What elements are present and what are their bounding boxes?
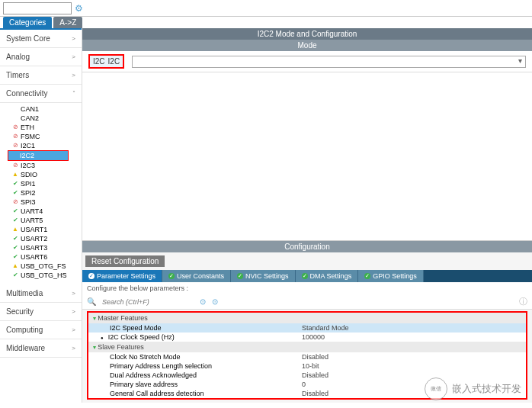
sidebar-item-i2c3[interactable]: ⊘I2C3 — [11, 161, 82, 170]
sidebar-item-usb-otg-fs[interactable]: ▲USB_OTG_FS — [11, 262, 82, 271]
chevron-right-icon: > — [72, 326, 75, 333]
chevron-right-icon: > — [72, 35, 75, 42]
ok-icon: ✔ — [12, 208, 18, 214]
param-row-primary-slave-addr[interactable]: Primary slave address0 — [88, 380, 526, 389]
sidebar-item-eth[interactable]: ⊘ETH — [11, 123, 82, 132]
connectivity-items: ●CAN1 ●CAN2 ⊘ETH ⊘FSMC ⊘I2C1 ●I2C2 ⊘I2C3… — [0, 103, 82, 284]
sidebar-item-i2c2[interactable]: ●I2C2 — [8, 150, 69, 161]
sidebar-item-usart6[interactable]: ✔USART6 — [11, 252, 82, 262]
sidebar-item-uart5[interactable]: ✔UART5 — [11, 216, 82, 225]
tab-nvic-settings[interactable]: ✓NVIC Settings — [231, 270, 296, 282]
ok-icon: ✔ — [12, 245, 18, 251]
reset-configuration-button[interactable]: Reset Configuration — [85, 255, 165, 267]
disabled-icon: ⊘ — [12, 199, 18, 205]
search-icon: 🔍 — [87, 297, 96, 306]
tab-user-constants[interactable]: ✓User Constants — [162, 270, 231, 282]
sidebar-group-middleware[interactable]: Middleware> — [0, 339, 82, 358]
disabled-icon: ⊘ — [12, 133, 18, 140]
ok-icon: ✔ — [12, 181, 18, 187]
param-group-master[interactable]: Master Features — [88, 313, 526, 323]
top-search-input[interactable] — [3, 2, 72, 14]
sidebar-tabbar: Categories A->Z — [0, 17, 532, 28]
warning-icon: ▲ — [12, 172, 18, 178]
configuration-header: Configuration — [82, 241, 532, 252]
tab-dma-settings[interactable]: ✓DMA Settings — [296, 270, 359, 282]
mode-select-highlight: I2C I2C — [88, 54, 124, 69]
sidebar-item-uart4[interactable]: ✔UART4 — [11, 207, 82, 216]
check-icon: ✓ — [302, 273, 308, 279]
ok-icon: ✔ — [12, 236, 18, 242]
ok-icon: ✔ — [12, 217, 18, 223]
disabled-icon: ⊘ — [12, 162, 18, 169]
ok-icon: ✔ — [12, 254, 18, 260]
mode-header: Mode — [82, 40, 532, 51]
collapse-icon[interactable]: ⊙ — [200, 297, 206, 306]
gear-icon[interactable]: ⚙ — [75, 3, 83, 14]
chevron-right-icon: > — [72, 53, 75, 60]
check-icon: ✓ — [88, 273, 95, 279]
sidebar-item-usart3[interactable]: ✔USART3 — [11, 243, 82, 252]
sidebar-item-i2c1[interactable]: ⊘I2C1 — [11, 141, 82, 150]
sidebar-item-sdio[interactable]: ▲SDIO — [11, 170, 82, 179]
sidebar-item-fsmc[interactable]: ⊘FSMC — [11, 132, 82, 141]
check-icon: ✓ — [364, 273, 370, 279]
sidebar-item-usb-otg-hs[interactable]: ✔USB_OTG_HS — [11, 271, 82, 280]
sidebar-item-spi2[interactable]: ✔SPI2 — [11, 188, 82, 198]
parameters-table: Master Features I2C Speed Mode Standard … — [87, 311, 527, 400]
param-row-no-stretch[interactable]: Clock No Stretch ModeDisabled — [88, 352, 526, 361]
config-tabs: ✓Parameter Settings ✓User Constants ✓NVI… — [82, 270, 532, 282]
warning-icon: ▲ — [12, 263, 18, 269]
sidebar-group-system-core[interactable]: System Core> — [0, 30, 82, 48]
param-row-clock-speed[interactable]: ●I2C Clock Speed (Hz) 100000 — [88, 333, 526, 342]
tab-categories[interactable]: Categories — [3, 17, 52, 28]
sidebar-item-spi3[interactable]: ⊘SPI3 — [11, 198, 82, 207]
ok-icon: ✔ — [12, 272, 18, 278]
status-icon: ● — [12, 106, 18, 112]
ok-icon: ✔ — [12, 190, 18, 196]
param-search-input[interactable] — [102, 298, 194, 306]
sidebar-group-connectivity[interactable]: Connectivity˅ — [0, 85, 82, 103]
mode-label: I2C — [93, 57, 105, 66]
tab-az[interactable]: A->Z — [53, 17, 82, 28]
sidebar-group-computing[interactable]: Computing> — [0, 321, 82, 339]
param-row-primary-addr-len[interactable]: Primary Address Length selection10-bit — [88, 361, 526, 371]
sidebar-item-usart2[interactable]: ✔USART2 — [11, 234, 82, 243]
sidebar-item-spi1[interactable]: ✔SPI1 — [11, 179, 82, 188]
sidebar-group-analog[interactable]: Analog> — [0, 48, 82, 66]
check-icon: ✓ — [168, 273, 175, 279]
disabled-icon: ⊘ — [12, 143, 18, 149]
status-icon: ● — [12, 115, 18, 121]
chevron-right-icon: > — [72, 72, 75, 79]
sidebar-group-timers[interactable]: Timers> — [0, 66, 82, 85]
chevron-right-icon: > — [72, 345, 75, 352]
mode-value: I2C — [108, 57, 120, 66]
param-row-general-call[interactable]: General Call address detectionDisabled — [88, 389, 526, 398]
sidebar-item-can1[interactable]: ●CAN1 — [11, 104, 82, 114]
tab-gpio-settings[interactable]: ✓GPIO Settings — [358, 270, 424, 282]
expand-icon[interactable]: ⊙ — [212, 297, 218, 306]
chevron-right-icon: > — [72, 308, 75, 315]
panel-title: I2C2 Mode and Configuration — [82, 28, 532, 40]
chevron-right-icon: > — [72, 290, 75, 297]
sidebar-group-multimedia[interactable]: Multimedia> — [0, 284, 82, 303]
disabled-icon: ⊘ — [12, 124, 18, 130]
info-icon[interactable]: ⓘ — [519, 296, 527, 307]
sidebar-item-usart1[interactable]: ▲USART1 — [11, 225, 82, 234]
check-icon: ✓ — [237, 273, 243, 279]
tab-parameter-settings[interactable]: ✓Parameter Settings — [82, 270, 162, 282]
warning-icon: ▲ — [12, 226, 18, 233]
param-row-speed-mode[interactable]: I2C Speed Mode Standard Mode — [88, 323, 526, 333]
config-hint: Configure the below parameters : — [82, 282, 532, 294]
sidebar: System Core> Analog> Timers> Connectivit… — [0, 28, 82, 403]
mode-dropdown[interactable] — [132, 56, 526, 68]
sidebar-item-can2[interactable]: ●CAN2 — [11, 114, 82, 123]
status-icon: ● — [11, 153, 18, 159]
sidebar-group-security[interactable]: Security> — [0, 303, 82, 321]
chevron-down-icon: ˅ — [72, 90, 75, 97]
param-group-slave[interactable]: Slave Features — [88, 342, 526, 352]
param-row-dual-addr[interactable]: Dual Address AcknowledgedDisabled — [88, 371, 526, 380]
